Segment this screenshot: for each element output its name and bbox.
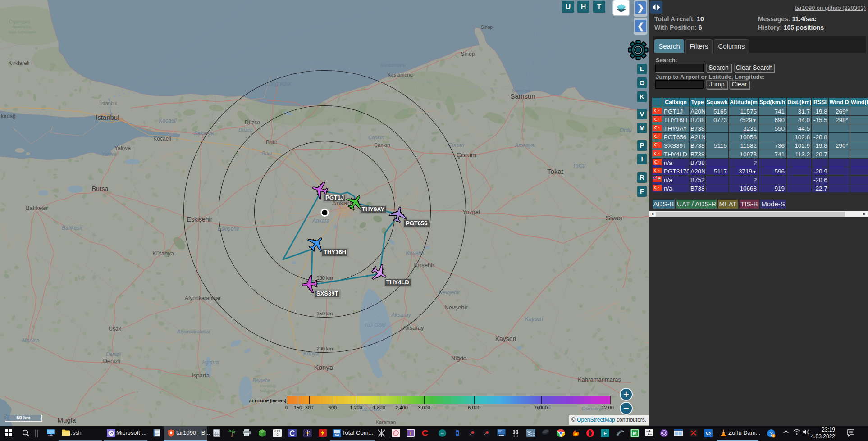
svg-text:Kırklareli: Kırklareli xyxy=(9,60,30,66)
svg-text:İstanbul: İstanbul xyxy=(96,114,119,121)
svg-text:Manisa: Manisa xyxy=(22,337,40,344)
svg-text:Tuz Gölü: Tuz Gölü xyxy=(364,322,386,328)
svg-text:Bolu: Bolu xyxy=(262,150,272,156)
svg-text:Konya: Konya xyxy=(314,364,333,371)
svg-text:Balıkesir: Balıkesir xyxy=(26,205,49,211)
svg-text:Uşak: Uşak xyxy=(109,326,121,332)
svg-text:Eskişehir: Eskişehir xyxy=(187,216,213,223)
svg-text:100 km: 100 km xyxy=(316,275,333,281)
svg-text:200 km: 200 km xyxy=(316,346,333,351)
svg-text:Kahramanmaraş: Kahramanmaraş xyxy=(578,376,621,383)
svg-text:Ankara: Ankara xyxy=(312,218,329,224)
svg-text:Çankırı: Çankırı xyxy=(368,135,384,140)
svg-text:Eskişehir: Eskişehir xyxy=(218,226,240,232)
svg-text:Kocaeli: Kocaeli xyxy=(159,118,177,124)
svg-text:парк Странджа: парк Странджа xyxy=(8,30,36,34)
svg-text:Yozgat: Yozgat xyxy=(462,209,480,215)
svg-text:Niğde: Niğde xyxy=(451,355,466,362)
svg-text:Afyonkarahisar: Afyonkarahisar xyxy=(177,329,211,334)
svg-text:Osmaniye: Osmaniye xyxy=(581,406,604,411)
svg-text:Denizli: Denizli xyxy=(103,358,120,364)
svg-text:!: ! xyxy=(773,434,774,437)
svg-text:Sakarya: Sakarya xyxy=(194,130,214,136)
svg-text:Muğla: Muğla xyxy=(58,416,77,424)
svg-text:Amasya: Amasya xyxy=(514,142,535,149)
svg-text:Sinop: Sinop xyxy=(481,25,493,30)
svg-text:Sivas: Sivas xyxy=(606,214,622,222)
svg-text:Kırşehir: Kırşehir xyxy=(414,262,434,268)
svg-text:Ordu: Ordu xyxy=(620,127,632,133)
svg-text:Kütahya: Kütahya xyxy=(152,250,174,257)
svg-text:Kastamonu: Kastamonu xyxy=(380,62,406,68)
svg-text:Denizli: Denizli xyxy=(106,351,121,357)
svg-text:İstanbul: İstanbul xyxy=(100,100,118,106)
svg-text:Mill Parkı: Mill Parkı xyxy=(260,389,277,393)
svg-text:Kocaeli: Kocaeli xyxy=(153,136,171,142)
svg-text:Düzce: Düzce xyxy=(245,119,260,126)
svg-text:kirdağ: kirdağ xyxy=(1,113,16,119)
svg-text:Kuraklığı: Kuraklığı xyxy=(260,384,276,388)
svg-text:Samsun: Samsun xyxy=(512,88,530,93)
svg-text:Aksaray: Aksaray xyxy=(403,324,424,331)
svg-text:Tokat: Tokat xyxy=(547,168,564,175)
svg-text:64: 64 xyxy=(335,433,339,437)
svg-text:Isparta: Isparta xyxy=(192,372,210,379)
svg-text:∞: ∞ xyxy=(441,431,444,436)
svg-text:Beyşehir: Beyşehir xyxy=(253,378,271,383)
svg-text:M: M xyxy=(633,431,636,436)
svg-text:Yalova: Yalova xyxy=(102,151,117,157)
svg-text:Karaman: Karaman xyxy=(376,419,396,425)
svg-text:Çankırı: Çankırı xyxy=(374,142,390,148)
svg-text:Kastamonu: Kastamonu xyxy=(388,72,413,77)
svg-text:Природен: Природен xyxy=(12,25,31,29)
svg-text:T: T xyxy=(409,431,411,436)
svg-text:Tokat: Tokat xyxy=(573,163,586,169)
svg-text:Sinop: Sinop xyxy=(461,51,475,57)
svg-text:150 km: 150 km xyxy=(316,311,333,316)
svg-text:Bursa: Bursa xyxy=(92,185,109,192)
svg-text:Çorum: Çorum xyxy=(456,151,476,159)
svg-text:Kayseri: Kayseri xyxy=(525,316,543,322)
svg-text:Aksaray: Aksaray xyxy=(391,312,411,318)
svg-text:Nevşehir: Nevşehir xyxy=(444,304,468,311)
svg-text:Balıkesir: Balıkesir xyxy=(62,225,83,231)
svg-text:Kayseri: Kayseri xyxy=(495,335,516,342)
svg-text:Bolu: Bolu xyxy=(266,139,277,145)
svg-text:Yalova: Yalova xyxy=(114,145,131,151)
svg-text:Samsun: Samsun xyxy=(510,92,535,100)
svg-text:Странджа: Странджа xyxy=(9,19,30,24)
svg-text:Isparta: Isparta xyxy=(202,359,219,366)
svg-text:Düzce: Düzce xyxy=(238,127,252,132)
